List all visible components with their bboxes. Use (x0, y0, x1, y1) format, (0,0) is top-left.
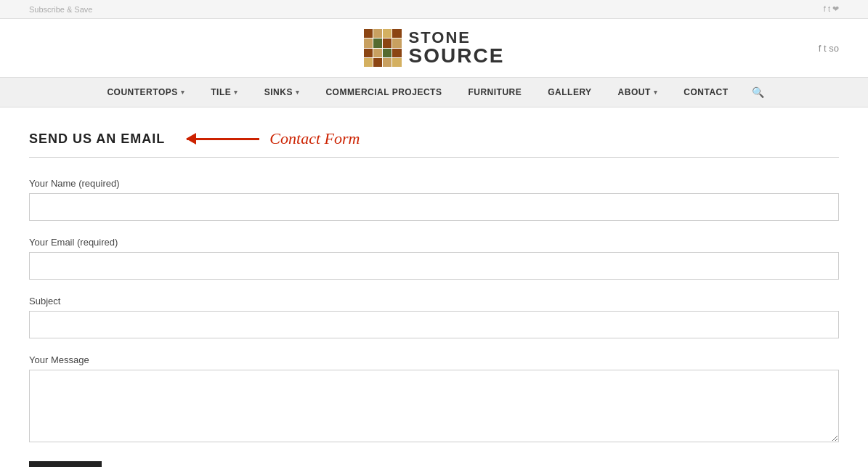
logo-cell (364, 38, 373, 47)
nav-item-about[interactable]: ABOUT▾ (605, 78, 671, 106)
name-input[interactable] (29, 193, 839, 221)
logo-cell (383, 38, 392, 47)
send-button[interactable]: SEND (29, 461, 102, 467)
nav-item-label: CONTACT (684, 87, 728, 97)
nav-item-label: FURNITURE (468, 87, 522, 97)
nav-item-label: TILE (211, 87, 231, 97)
main-nav: COUNTERTOPS▾TILE▾SINKS▾COMMERCIAL PROJEC… (0, 77, 868, 107)
nav-item-countertops[interactable]: COUNTERTOPS▾ (94, 78, 198, 106)
contact-form-label: Contact Form (269, 129, 360, 148)
chevron-down-icon: ▾ (234, 89, 238, 96)
subject-group: Subject (29, 296, 839, 338)
logo[interactable]: STONE SOURCE (364, 29, 505, 67)
section-title: SEND US AN EMAIL (29, 131, 165, 147)
top-bar-left: Subscribe & Save (29, 5, 92, 14)
email-group: Your Email (required) (29, 237, 839, 280)
logo-source: SOURCE (409, 46, 505, 66)
logo-cell (373, 38, 382, 47)
logo-cell (383, 29, 392, 38)
logo-mosaic (364, 29, 402, 67)
chevron-down-icon: ▾ (181, 89, 185, 96)
nav-item-label: COUNTERTOPS (107, 87, 177, 97)
nav-item-label: ABOUT (618, 87, 651, 97)
logo-cell (373, 49, 382, 57)
email-label: Your Email (required) (29, 237, 839, 248)
message-input[interactable] (29, 370, 839, 442)
email-input[interactable] (29, 252, 839, 280)
logo-cell (383, 49, 392, 57)
logo-cell (392, 29, 401, 38)
header-phone: f t so (819, 43, 839, 54)
nav-item-tile[interactable]: TILE▾ (198, 78, 251, 106)
search-icon[interactable]: 🔍 (742, 78, 774, 107)
nav-item-furniture[interactable]: FURNITURE (455, 78, 535, 106)
arrow-label: Contact Form (187, 129, 360, 148)
logo-cell (383, 58, 392, 67)
nav-item-contact[interactable]: CONTACT (670, 78, 741, 106)
site-header: STONE SOURCE f t so (0, 19, 868, 77)
arrow-icon (187, 138, 259, 140)
logo-text: STONE SOURCE (409, 30, 505, 66)
subject-input[interactable] (29, 311, 839, 338)
logo-cell (373, 29, 382, 38)
name-label: Your Name (required) (29, 178, 839, 189)
chevron-down-icon: ▾ (654, 89, 658, 96)
message-label: Your Message (29, 354, 839, 365)
nav-inner: COUNTERTOPS▾TILE▾SINKS▾COMMERCIAL PROJEC… (0, 78, 868, 107)
message-group: Your Message (29, 354, 839, 445)
logo-cell (364, 49, 373, 57)
logo-cell (392, 58, 401, 67)
logo-cell (373, 58, 382, 67)
nav-item-sinks[interactable]: SINKS▾ (251, 78, 313, 106)
logo-cell (364, 29, 373, 38)
nav-item-label: SINKS (264, 87, 293, 97)
contact-form: Your Name (required) Your Email (require… (29, 178, 839, 467)
logo-cell (392, 49, 401, 57)
logo-cell (364, 58, 373, 67)
nav-item-label: COMMERCIAL PROJECTS (325, 87, 442, 97)
nav-item-label: GALLERY (548, 87, 591, 97)
nav-item-gallery[interactable]: GALLERY (535, 78, 604, 106)
subject-label: Subject (29, 296, 839, 306)
name-group: Your Name (required) (29, 178, 839, 221)
top-bar-right: f t ❤ (824, 4, 839, 14)
arrow-container (187, 138, 259, 140)
chevron-down-icon: ▾ (296, 89, 300, 96)
main-content: SEND US AN EMAIL Contact Form Your Name … (0, 107, 868, 467)
header-top-bar: Subscribe & Save f t ❤ (0, 0, 868, 19)
nav-item-commercial-projects[interactable]: COMMERCIAL PROJECTS (312, 78, 455, 106)
logo-cell (392, 38, 401, 47)
logo-stone: STONE (409, 30, 505, 46)
section-heading: SEND US AN EMAIL Contact Form (29, 129, 839, 158)
